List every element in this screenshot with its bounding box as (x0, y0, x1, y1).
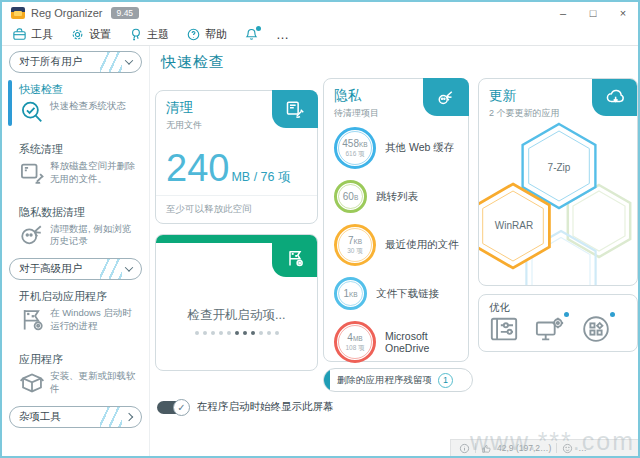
ring-gauge: 1KB (334, 277, 367, 310)
menu-theme[interactable]: 主题 (128, 27, 169, 42)
notifications-button[interactable] (244, 27, 259, 42)
sidebar-item-system-clean[interactable]: 系统清理 释放磁盘空间并删除无用的文件。 (9, 133, 142, 186)
thumbs-up-icon[interactable] (481, 443, 492, 454)
leftovers-label: 删除的应用程序残留项 (337, 374, 432, 387)
privacy-item-label: 文件下载链接 (376, 287, 439, 301)
more-menu-button[interactable]: … (276, 27, 290, 42)
notification-dot (610, 312, 615, 317)
clean-broom-icon (284, 99, 306, 119)
privacy-item-recent-files: 7KB 30 项 最近使用的文件 (334, 224, 462, 266)
menu-theme-label: 主题 (147, 27, 169, 42)
page-title: 快速检查 (161, 53, 225, 72)
hex-label-winrar: WinRAR (495, 220, 533, 231)
nav-desc: 释放磁盘空间并删除无用的文件。 (50, 159, 140, 186)
checkered-flag-icon (285, 248, 305, 268)
app-leftovers-bar[interactable]: 删除的应用程序残留项 1 (323, 368, 473, 392)
optimize-card[interactable]: 优化 (478, 294, 638, 352)
disk-clean-icon (19, 159, 45, 185)
nav-desc: 快速检查系统状态 (50, 99, 126, 125)
section-label: 对于所有用户 (19, 55, 82, 69)
nav-title: 快速检查 (19, 82, 140, 97)
nav-title: 开机启动应用程序 (19, 289, 140, 304)
privacy-item-download-links: 1KB 文件下载链接 (334, 277, 462, 310)
update-corner (592, 78, 638, 116)
show-at-startup-toggle[interactable]: ✓ (157, 401, 187, 414)
startup-flag-icon (19, 306, 45, 332)
sidebar-item-startup-apps[interactable]: 开机启动应用程序 在 Windows 启动时运行的进程 (9, 280, 142, 333)
section-label: 杂项工具 (19, 410, 61, 424)
sidebar-section-all-users[interactable]: 对于所有用户 (9, 51, 142, 73)
privacy-item-jump-lists: 60B 跳转列表 (334, 180, 462, 213)
privacy-item-onedrive: 4MB 108 项 Microsoft OneDrive (334, 321, 462, 363)
privacy-card[interactable]: 隐私 待清理项目 458KB 616 项 其他 Web 缓存 60B (323, 78, 469, 362)
show-at-startup-row: ✓ 在程序启动时始终显示此屏幕 (157, 400, 334, 414)
main-content: 快速检查 清理 无用文件 240 MB / 76 项 至少可以释放此空间 检查开… (151, 46, 638, 456)
nav-desc: 安装、更新或卸载软件 (50, 369, 140, 396)
menu-settings[interactable]: 设置 (70, 27, 111, 42)
menu-settings-label: 设置 (89, 27, 111, 42)
chevron-down-icon (125, 264, 133, 272)
clean-card[interactable]: 清理 无用文件 240 MB / 76 项 至少可以释放此空间 (155, 90, 318, 224)
close-button[interactable]: × (608, 2, 638, 23)
stats-text: 42,9 (197,2…) (497, 443, 551, 453)
app-logo-icon (11, 7, 25, 19)
rating-text: … (578, 443, 587, 453)
circle-apps-icon (581, 314, 611, 344)
clean-card-footer: 至少可以释放此空间 (156, 195, 317, 223)
sliders-panel-icon (489, 314, 519, 344)
minimize-button[interactable]: – (548, 2, 578, 23)
nav-title: 系统清理 (19, 142, 140, 157)
info-circle-icon[interactable] (459, 443, 470, 454)
divider (556, 443, 557, 453)
search-check-icon (19, 99, 45, 125)
nav-desc: 清理数据, 例如浏览历史记录 (50, 222, 140, 249)
optimize-system-tweaks-button[interactable] (535, 314, 565, 348)
app-window: Reg Organizer 9.45 – □ × 工具 设置 主题 帮助 … (0, 0, 640, 458)
clean-size-unit: MB / 76 项 (231, 169, 290, 186)
notification-dot (256, 26, 261, 31)
nav-title: 应用程序 (19, 352, 140, 367)
leftovers-count-badge: 1 (438, 373, 453, 388)
sidebar-section-misc-tools[interactable]: 杂项工具 (9, 406, 142, 428)
privacy-item-label: Microsoft OneDrive (385, 330, 462, 354)
window-title: Reg Organizer (31, 7, 103, 19)
maximize-button[interactable]: □ (578, 2, 608, 23)
startup-corner (272, 239, 318, 277)
status-bar: 42,9 (197,2…) … (450, 439, 638, 456)
privacy-corner (423, 78, 469, 116)
privacy-item-web-cache: 458KB 616 项 其他 Web 缓存 (334, 127, 462, 169)
chevron-down-icon (125, 56, 133, 64)
privacy-item-label: 其他 Web 缓存 (385, 141, 454, 155)
hex-label-7zip: 7-Zip (548, 162, 571, 173)
menu-bar: 工具 设置 主题 帮助 … (2, 23, 638, 46)
sidebar-section-advanced-users[interactable]: 对于高级用户 (9, 258, 142, 280)
startup-check-card[interactable]: 检查开机启动项... (155, 234, 318, 371)
clean-corner (272, 90, 318, 128)
nav-title: 隐私数据清理 (19, 205, 140, 220)
help-icon (186, 27, 201, 42)
ring-gauge: 60B (334, 180, 367, 213)
smiley-icon[interactable] (562, 443, 573, 454)
clean-size-value: 240 (166, 149, 229, 187)
privacy-clean-icon (19, 222, 45, 248)
update-card[interactable]: 更新 2 个要更新的应用 7-Zip WinRAR (478, 78, 638, 286)
toggle-label: 在程序启动时始终显示此屏幕 (197, 400, 334, 414)
optimize-apps-button[interactable] (581, 314, 611, 348)
sidebar-item-quick-check[interactable]: 快速检查 快速检查系统状态 (9, 73, 142, 125)
chevron-right-icon (125, 412, 133, 420)
sidebar: 对于所有用户 快速检查 快速检查系统状态 系统清理 释放磁盘空间并删除无用的文件… (2, 46, 150, 456)
menu-help[interactable]: 帮助 (186, 27, 227, 42)
lightbulb-icon (128, 27, 143, 42)
optimize-settings-panel-button[interactable] (489, 314, 519, 348)
startup-check-label: 检查开机启动项... (156, 307, 317, 324)
stripes-decoration (100, 407, 122, 427)
sidebar-item-privacy-clean[interactable]: 隐私数据清理 清理数据, 例如浏览历史记录 (9, 196, 142, 249)
divider (475, 443, 476, 453)
sidebar-item-applications[interactable]: 应用程序 安装、更新或卸载软件 (9, 343, 142, 396)
stripes-decoration (100, 259, 122, 279)
nav-desc: 在 Windows 启动时运行的进程 (50, 306, 140, 333)
menu-tools[interactable]: 工具 (12, 27, 53, 42)
apps-box-icon (19, 369, 45, 395)
gear-icon (70, 27, 85, 42)
optimize-card-title: 优化 (489, 301, 510, 315)
